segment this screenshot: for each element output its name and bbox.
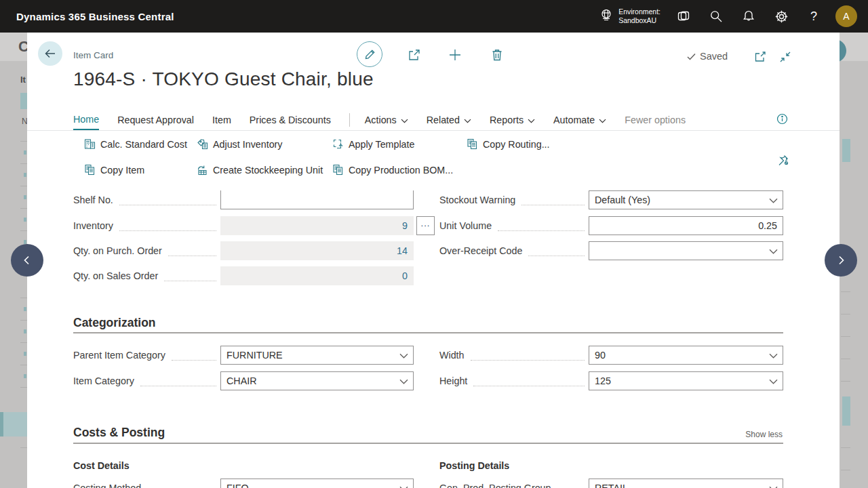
calc-standard-cost-icon [84, 138, 96, 150]
costing-method-label: Costing Method [73, 483, 147, 488]
open-in-new-window-button[interactable] [751, 48, 769, 66]
next-record-button[interactable] [825, 244, 857, 277]
menu-actions[interactable]: Actions [365, 110, 408, 130]
search-icon[interactable] [700, 0, 732, 33]
copy-production-bom-button[interactable]: Copy Production BOM... [332, 164, 453, 176]
unit-volume-label: Unit Volume [439, 220, 498, 231]
environment-name: SandboxAU [618, 16, 660, 25]
gen-prod-posting-group-label: Gen. Prod. Posting Group [439, 483, 557, 488]
copy-icon [467, 138, 478, 150]
field-row-gen-prod-posting-group: Gen. Prod. Posting Group RETAIL [439, 479, 783, 488]
show-less-link[interactable]: Show less [745, 430, 783, 439]
page-caption: Item Card [73, 50, 113, 60]
width-select[interactable]: 90 [589, 346, 783, 365]
delete-button[interactable] [488, 46, 506, 64]
previous-record-button[interactable] [11, 244, 43, 277]
menu-reports[interactable]: Reports [490, 110, 535, 130]
costing-method-select[interactable]: FIFO [220, 479, 414, 488]
field-row-over-receipt-code: Over-Receipt Code [439, 241, 783, 260]
shelf-no-label: Shelf No. [73, 195, 119, 205]
field-row-item-category: Item Category CHAIR [73, 371, 414, 390]
collapse-page-button[interactable] [776, 48, 794, 66]
tab-divider [349, 113, 350, 127]
qty-purch-order-value-link[interactable]: 14 [220, 241, 414, 260]
height-select[interactable]: 125 [589, 371, 783, 390]
stockout-warning-label: Stockout Warning [439, 195, 521, 205]
chevron-down-icon [399, 375, 408, 387]
qty-purch-order-label: Qty. on Purch. Order [73, 245, 168, 256]
menu-automate[interactable]: Automate [553, 110, 606, 130]
environment-label: Environment: [618, 7, 660, 16]
fewer-options-button[interactable]: Fewer options [625, 110, 686, 130]
account-avatar[interactable]: A [835, 5, 857, 27]
new-button[interactable] [446, 46, 464, 64]
ribbon-divider [27, 130, 840, 131]
qty-sales-order-label: Qty. on Sales Order [73, 270, 164, 281]
background-selected-row [0, 412, 27, 436]
calc-standard-cost-button[interactable]: Calc. Standard Cost [84, 138, 187, 150]
save-status: Saved [686, 51, 728, 62]
inventory-value-link[interactable]: 9 [220, 216, 414, 235]
field-row-height: Height 125 [439, 371, 783, 390]
dynamics-apps-icon[interactable] [667, 0, 700, 33]
tab-item[interactable]: Item [212, 110, 231, 130]
chevron-down-icon [464, 115, 471, 125]
environment-indicator[interactable]: Environment: SandboxAU [599, 7, 660, 25]
copy-icon [84, 164, 96, 176]
field-row-qty-purch-order: Qty. on Purch. Order 14 [73, 241, 414, 260]
field-row-stockout-warning: Stockout Warning Default (Yes) [439, 190, 783, 209]
inventory-assist-edit-button[interactable]: ... [416, 216, 435, 235]
adjust-inventory-button[interactable]: Adjust Inventory [197, 138, 283, 150]
tab-prices-discounts[interactable]: Prices & Discounts [250, 110, 331, 130]
section-rule [73, 443, 783, 444]
height-label: Height [439, 375, 473, 386]
apply-template-button[interactable]: Apply Template [332, 138, 415, 150]
background-text-fragment: It [20, 75, 26, 85]
pin-actions-icon[interactable] [777, 154, 789, 169]
field-row-unit-volume: Unit Volume 0.25 [439, 216, 783, 235]
categorization-heading[interactable]: Categorization [73, 316, 156, 330]
item-card-dialog: Item Card 1964-S · TOKYO Guest Chair, bl… [27, 33, 840, 488]
top-navigation-bar: Dynamics 365 Business Central Environmen… [0, 0, 868, 33]
chevron-down-icon [769, 482, 778, 488]
inventory-label: Inventory [73, 220, 119, 231]
info-icon[interactable] [776, 113, 788, 127]
apply-template-icon [332, 138, 344, 150]
back-button[interactable] [38, 41, 62, 66]
copy-item-button[interactable]: Copy Item [84, 164, 144, 176]
app-title[interactable]: Dynamics 365 Business Central [16, 11, 174, 22]
width-label: Width [439, 350, 471, 361]
background-text-fragment: C [18, 38, 27, 56]
settings-gear-icon[interactable] [765, 0, 797, 33]
field-row-costing-method: Costing Method FIFO [73, 479, 414, 488]
share-button[interactable] [406, 46, 423, 64]
chevron-down-icon [401, 115, 408, 125]
chevron-down-icon [769, 194, 778, 206]
unit-volume-input[interactable]: 0.25 [589, 216, 783, 235]
tab-home[interactable]: Home [73, 110, 99, 130]
item-category-select[interactable]: CHAIR [220, 371, 414, 390]
tab-request-approval[interactable]: Request Approval [117, 110, 194, 130]
qty-sales-order-value-link[interactable]: 0 [220, 266, 414, 285]
chevron-down-icon [399, 482, 408, 488]
menu-related[interactable]: Related [427, 110, 471, 130]
parent-item-category-select[interactable]: FURNITURE [220, 346, 414, 365]
gen-prod-posting-group-select[interactable]: RETAIL [589, 479, 783, 488]
notifications-bell-icon[interactable] [732, 0, 765, 33]
over-receipt-code-select[interactable] [589, 241, 783, 260]
chevron-down-icon [769, 375, 778, 387]
parent-item-category-label: Parent Item Category [73, 350, 172, 361]
edit-button[interactable] [357, 41, 382, 67]
stockout-warning-select[interactable]: Default (Yes) [589, 190, 783, 209]
costs-posting-heading[interactable]: Costs & Posting [73, 426, 165, 440]
adjust-inventory-icon [197, 138, 208, 150]
copy-routing-button[interactable]: Copy Routing... [467, 138, 550, 150]
cost-details-subheading: Cost Details [73, 460, 130, 471]
globe-icon [599, 7, 614, 25]
help-icon[interactable]: ? [797, 0, 830, 33]
shelf-no-input[interactable] [220, 190, 414, 209]
create-stockkeeping-unit-button[interactable]: Create Stockkeeping Unit [197, 164, 323, 176]
chevron-down-icon [599, 115, 606, 125]
field-row-qty-sales-order: Qty. on Sales Order 0 [73, 266, 414, 285]
over-receipt-code-label: Over-Receipt Code [439, 245, 528, 256]
